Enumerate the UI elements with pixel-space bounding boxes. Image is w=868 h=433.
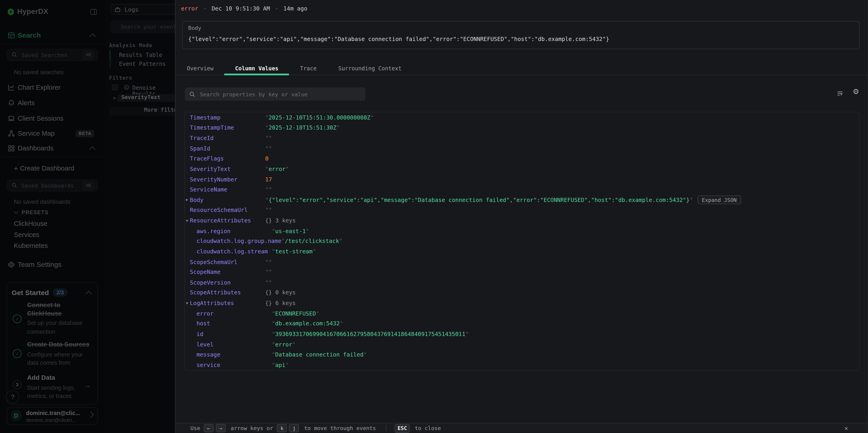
property-value[interactable]: api	[272, 362, 289, 368]
property-key[interactable]: SeverityNumber	[190, 176, 265, 182]
property-value[interactable]: {} 0 keys	[265, 290, 296, 296]
property-key[interactable]: host	[196, 320, 272, 327]
table-row[interactable]: level error	[185, 339, 859, 349]
expand-toggle-icon[interactable]	[186, 246, 190, 256]
expand-toggle-icon[interactable]	[186, 349, 190, 360]
table-row[interactable]: Body {"level":"error","service":"api","m…	[185, 195, 859, 205]
table-row[interactable]: host db.example.com:5432	[185, 318, 859, 329]
expand-toggle-icon[interactable]	[186, 236, 190, 246]
property-value[interactable]: 2025-12-10T15:51:30Z	[265, 125, 340, 131]
tab[interactable]: Surrounding Context	[328, 62, 412, 75]
tab[interactable]: Overview	[176, 62, 224, 75]
expand-toggle-icon[interactable]	[186, 256, 190, 267]
table-row[interactable]: service api	[185, 360, 859, 370]
property-key[interactable]: ResourceAttributes	[190, 218, 265, 224]
expand-toggle-icon[interactable]	[186, 195, 190, 205]
table-row[interactable]: ServiceName	[185, 184, 859, 195]
property-value[interactable]: 2025-12-10T15:51:30.000000000Z	[265, 115, 374, 121]
table-row[interactable]: LogAttributes {} 6 keys	[185, 298, 859, 308]
tab[interactable]: Trace	[289, 62, 328, 75]
property-key[interactable]: Body	[190, 197, 265, 203]
property-value[interactable]: us-east-1	[272, 228, 309, 234]
property-key[interactable]: message	[196, 351, 272, 358]
property-value[interactable]: error	[265, 166, 289, 172]
property-value[interactable]: 17	[265, 176, 272, 182]
close-icon[interactable]: ✕	[844, 425, 848, 432]
property-value[interactable]	[265, 259, 272, 265]
expand-toggle-icon[interactable]	[186, 164, 190, 174]
expand-toggle-icon[interactable]	[186, 318, 190, 329]
table-row[interactable]: ResourceSchemaUrl	[185, 205, 859, 215]
property-value[interactable]	[265, 269, 272, 275]
property-key[interactable]: Timestamp	[190, 115, 265, 121]
property-value[interactable]: ECONNREFUSED	[272, 310, 319, 316]
property-value[interactable]	[265, 135, 272, 141]
expand-toggle-icon[interactable]	[186, 215, 190, 226]
expand-toggle-icon[interactable]	[186, 277, 190, 287]
table-settings-icon[interactable]: ⚙	[853, 87, 859, 96]
property-value[interactable]	[265, 207, 272, 213]
table-row[interactable]: SeverityNumber 17	[185, 174, 859, 184]
table-row[interactable]: ScopeAttributes {} 0 keys	[185, 287, 859, 298]
property-value[interactable]: 0	[265, 156, 269, 162]
expand-toggle-icon[interactable]	[186, 184, 190, 195]
expand-toggle-icon[interactable]	[186, 298, 190, 308]
tab[interactable]: Column Values	[224, 62, 289, 75]
table-row[interactable]: ScopeSchemaUrl	[185, 256, 859, 267]
property-key[interactable]: ScopeAttributes	[190, 290, 265, 296]
wrap-lines-icon[interactable]	[836, 90, 844, 97]
property-value[interactable]: {"level":"error","service":"api","messag…	[265, 197, 693, 203]
property-value[interactable]: Database connection failed	[272, 351, 367, 358]
table-row[interactable]: error ECONNREFUSED	[185, 308, 859, 318]
table-row[interactable]: ScopeName	[185, 267, 859, 277]
expand-toggle-icon[interactable]	[186, 287, 190, 298]
property-key[interactable]: id	[196, 331, 272, 337]
expand-toggle-icon[interactable]	[186, 174, 190, 184]
property-value[interactable]: {} 3 keys	[265, 218, 296, 224]
property-value[interactable]	[265, 146, 272, 152]
expand-toggle-icon[interactable]	[186, 154, 190, 164]
property-value[interactable]: 3936933170699041670661627958043769141864…	[272, 331, 469, 337]
table-row[interactable]: ScopeVersion	[185, 277, 859, 287]
expand-toggle-icon[interactable]	[186, 308, 190, 318]
property-key[interactable]: cloudwatch.log.group.name	[196, 238, 281, 244]
property-key[interactable]: SpanId	[190, 146, 265, 152]
expand-toggle-icon[interactable]	[186, 113, 190, 123]
property-key[interactable]: TraceId	[190, 135, 265, 141]
property-value[interactable]	[265, 187, 272, 193]
property-search-field[interactable]	[199, 90, 366, 98]
property-value[interactable]: /test/clickstack	[281, 238, 342, 244]
property-key[interactable]: ScopeSchemaUrl	[190, 259, 265, 265]
table-row[interactable]: SeverityText error	[185, 164, 859, 174]
property-key[interactable]: service	[196, 362, 272, 368]
table-row[interactable]: ResourceAttributes {} 3 keys	[185, 215, 859, 226]
expand-toggle-icon[interactable]	[186, 143, 190, 153]
property-value[interactable]: test-stream	[272, 248, 316, 254]
property-value[interactable]: {} 6 keys	[265, 300, 296, 306]
expand-toggle-icon[interactable]	[186, 329, 190, 339]
property-value[interactable]: db.example.com:5432	[272, 320, 343, 327]
table-row[interactable]: cloudwatch.log.stream test-stream	[185, 246, 859, 256]
property-value[interactable]: error	[272, 341, 296, 347]
expand-toggle-icon[interactable]	[186, 360, 190, 370]
property-key[interactable]: ScopeVersion	[190, 279, 265, 285]
property-key[interactable]: ServiceName	[190, 187, 265, 193]
expand-toggle-icon[interactable]	[186, 133, 190, 143]
expand-toggle-icon[interactable]	[186, 226, 190, 236]
property-key[interactable]: cloudwatch.log.stream	[196, 248, 272, 254]
property-value[interactable]	[265, 279, 272, 285]
table-row[interactable]: TimestampTime 2025-12-10T15:51:30Z	[185, 123, 859, 133]
table-row[interactable]: aws.region us-east-1	[185, 226, 859, 236]
table-row[interactable]: Timestamp 2025-12-10T15:51:30.000000000Z	[185, 113, 859, 123]
expand-json-button[interactable]: Expand JSON	[698, 195, 741, 205]
expand-toggle-icon[interactable]	[186, 123, 190, 133]
table-row[interactable]: cloudwatch.log.group.name /test/clicksta…	[185, 236, 859, 246]
expand-toggle-icon[interactable]	[186, 267, 190, 277]
property-key[interactable]: TraceFlags	[190, 156, 265, 162]
property-key[interactable]: ScopeName	[190, 269, 265, 275]
property-key[interactable]: LogAttributes	[190, 300, 265, 306]
table-row[interactable]: TraceId	[185, 133, 859, 143]
property-key[interactable]: ResourceSchemaUrl	[190, 207, 265, 213]
property-key[interactable]: aws.region	[196, 228, 272, 234]
property-search[interactable]	[185, 87, 366, 101]
